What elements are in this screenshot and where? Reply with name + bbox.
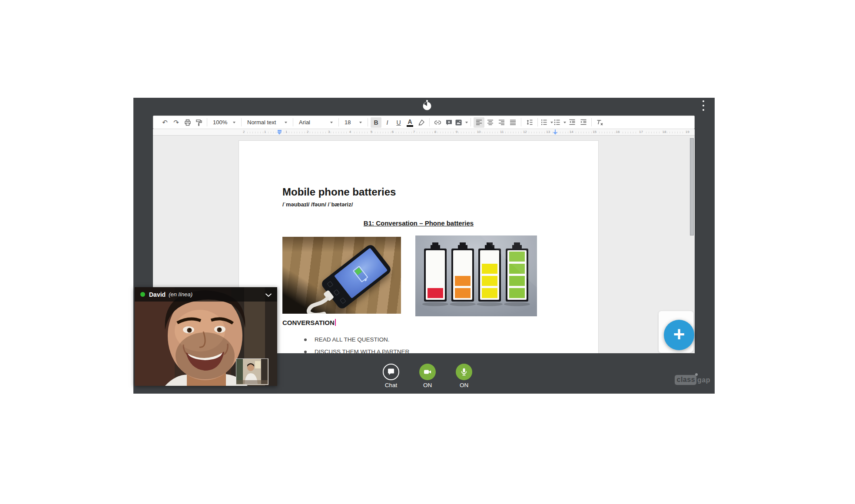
ruler-number: 14 — [569, 130, 574, 134]
outdent-icon — [569, 119, 576, 126]
doc-bullet-list: READ ALL THE QUESTION.DISCUSS THEM WITH … — [315, 336, 409, 353]
ruler-number: 2 — [306, 130, 309, 134]
battery-levels-image[interactable] — [415, 235, 537, 316]
video-call-overlay: David (en línea) — [135, 287, 277, 386]
align-right-icon — [498, 119, 505, 126]
camera-state-label: ON — [423, 382, 432, 388]
line-spacing-button[interactable] — [524, 117, 535, 128]
caret-down-icon — [465, 122, 468, 123]
text-color-icon: A — [408, 119, 412, 125]
bulleted-list-button[interactable] — [553, 117, 566, 128]
stopwatch-icon — [422, 100, 432, 111]
collaborator-cursor — [335, 319, 336, 326]
logo-box: class — [675, 375, 697, 385]
gdocs-ruler: 2112345678910111213141516171819 — [153, 129, 695, 136]
paint-format-button[interactable] — [193, 117, 204, 128]
ruler-number: 8 — [434, 130, 437, 134]
classgap-logo: class gap — [675, 375, 711, 385]
ruler-number: 11 — [499, 130, 504, 134]
ruler-number: 2 — [242, 130, 245, 134]
redo-button[interactable]: ↷ — [171, 117, 182, 128]
align-right-button[interactable] — [496, 117, 507, 128]
doc-title: Mobile phone batteries — [282, 186, 396, 198]
ruler-number: 9 — [455, 130, 458, 134]
caret-down-icon — [233, 122, 235, 123]
font-size-select[interactable]: 18 — [341, 117, 365, 128]
video-overlay-header: David (en línea) — [135, 287, 277, 302]
font-select[interactable]: Arial — [296, 117, 336, 128]
image-icon — [455, 119, 462, 126]
call-controls: Chat ON — [381, 364, 474, 388]
bold-button[interactable]: B — [371, 117, 381, 128]
plus-icon: + — [673, 324, 685, 344]
ruler-number: 17 — [638, 130, 644, 134]
phone-charging-image[interactable] — [282, 237, 401, 314]
logo-text-class: class — [677, 376, 696, 383]
clear-formatting-button[interactable] — [594, 117, 605, 128]
vertical-scrollbar[interactable] — [690, 138, 694, 235]
highlight-color-button[interactable] — [416, 117, 427, 128]
logo-dot — [695, 373, 698, 376]
ruler-number: 1 — [263, 130, 267, 134]
increase-indent-button[interactable] — [578, 117, 589, 128]
classgap-classroom-window: ↶ ↷ 100% Normal text Arial — [133, 98, 715, 394]
doc-phonetics: /ˈməʊbaɪl/ /fəʊn/ /ˈbætəriz/ — [282, 201, 353, 208]
battery-orange-medium-low — [451, 242, 474, 302]
underline-button[interactable]: U — [393, 117, 404, 128]
document-page[interactable]: Mobile phone batteries /ˈməʊbaɪl/ /fəʊn/… — [239, 140, 599, 353]
numbered-list-button[interactable] — [540, 117, 553, 128]
highlighter-icon — [418, 119, 425, 126]
align-center-button[interactable] — [485, 117, 496, 128]
align-left-button[interactable] — [474, 117, 484, 128]
paragraph-style-select[interactable]: Normal text — [244, 117, 290, 128]
caret-down-icon — [330, 122, 333, 123]
justify-button[interactable] — [507, 117, 518, 128]
kebab-menu-icon[interactable] — [702, 100, 705, 111]
ruler-number: 6 — [391, 130, 394, 134]
caret-down-icon — [359, 122, 362, 123]
font-value: Arial — [299, 119, 310, 126]
gdocs-toolbar: ↶ ↷ 100% Normal text Arial — [153, 116, 695, 129]
caret-down-icon — [563, 122, 566, 123]
add-content-fab-button[interactable]: + — [664, 320, 694, 350]
bulleted-list-icon — [553, 119, 560, 126]
bold-icon: B — [374, 119, 378, 126]
ruler-number: 1 — [285, 130, 288, 134]
collapse-chevron-icon[interactable] — [265, 291, 272, 299]
battery-yellow-medium — [478, 242, 501, 302]
decrease-indent-button[interactable] — [567, 117, 577, 128]
ruler-number: 4 — [348, 130, 352, 134]
battery-levels-illustration — [415, 235, 537, 316]
text-color-button[interactable]: A — [404, 117, 415, 128]
italic-button[interactable]: I — [382, 117, 393, 128]
ruler-number: 16 — [615, 130, 621, 134]
self-view-pip[interactable] — [236, 358, 268, 385]
caret-down-icon — [285, 122, 287, 123]
ruler-cursor-arrow-icon[interactable] — [553, 129, 557, 135]
list-item: READ ALL THE QUESTION. — [315, 336, 409, 343]
link-icon — [434, 119, 441, 126]
mic-toggle-button[interactable]: ON — [454, 364, 474, 388]
align-left-icon — [476, 119, 482, 126]
chat-button[interactable]: Chat — [381, 364, 401, 388]
insert-comment-button[interactable] — [444, 117, 454, 128]
italic-icon: I — [387, 119, 388, 126]
timer-icon[interactable] — [421, 99, 433, 112]
print-button[interactable] — [182, 117, 193, 128]
screenshot-canvas: ↶ ↷ 100% Normal text Arial — [0, 0, 855, 504]
insert-link-button[interactable] — [432, 117, 443, 128]
insert-image-button[interactable] — [455, 117, 468, 128]
camera-icon — [423, 368, 432, 376]
mic-state-label: ON — [460, 382, 468, 388]
undo-button[interactable]: ↶ — [159, 117, 170, 128]
online-status-dot — [140, 292, 145, 297]
ruler-number: 5 — [370, 130, 373, 134]
camera-toggle-button[interactable]: ON — [418, 364, 437, 388]
microphone-icon — [460, 368, 468, 376]
indent-marker-icon[interactable] — [277, 130, 282, 135]
caret-down-icon — [550, 122, 553, 123]
zoom-select[interactable]: 100% — [210, 117, 239, 128]
ruler-number: 12 — [522, 130, 528, 134]
add-comment-icon — [445, 119, 453, 126]
ruler-number: 15 — [592, 130, 597, 134]
